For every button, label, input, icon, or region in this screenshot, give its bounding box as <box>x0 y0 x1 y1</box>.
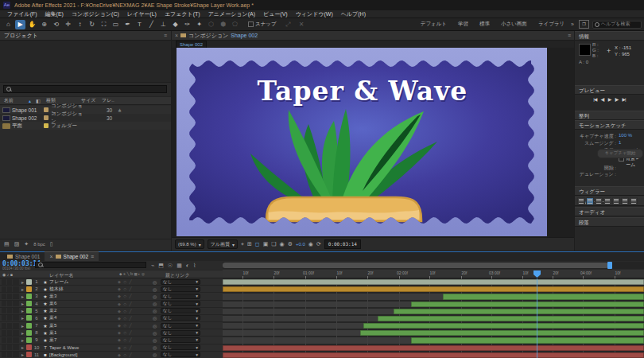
clone-stamp-tool[interactable]: ⊥ <box>158 20 169 29</box>
viewer-timecode[interactable]: 0:00:03:14 <box>324 239 361 249</box>
twirl-icon[interactable]: ▸ <box>19 301 26 306</box>
twirl-icon[interactable]: ▸ <box>19 308 26 313</box>
parent-dropdown[interactable]: なし▾ <box>161 301 200 306</box>
pickwhip-icon[interactable]: ◎ <box>153 344 161 350</box>
pickwhip-icon[interactable]: ◎ <box>153 279 161 285</box>
parent-dropdown[interactable]: なし▾ <box>161 286 200 292</box>
av-switches[interactable] <box>2 337 19 343</box>
layer-duration-bar[interactable] <box>411 337 644 343</box>
expand-icon[interactable]: ⤢ <box>283 20 293 29</box>
parent-dropdown[interactable]: なし▾ <box>161 323 200 329</box>
layer-switches[interactable]: ◆ ◇ ╱ <box>118 279 153 284</box>
color-channels-icon[interactable]: ◉ <box>280 241 285 247</box>
twirl-icon[interactable]: ▸ <box>19 315 26 321</box>
dolly-camera-tool[interactable]: ↕ <box>75 20 85 29</box>
resolution-select[interactable]: フル画質▾ <box>208 239 238 249</box>
av-switches[interactable] <box>2 315 19 321</box>
bit-depth-label[interactable]: 8 bpc <box>33 242 45 247</box>
layer-row[interactable]: ▸11■[Background]◆ ◇ ╱◎なし▾ <box>0 352 223 358</box>
navigator-handle[interactable] <box>607 262 612 269</box>
shape-tool[interactable]: ▭ <box>111 20 121 29</box>
parent-dropdown[interactable]: なし▾ <box>161 315 200 321</box>
panel-menu-icon[interactable]: ≡ <box>568 33 571 38</box>
resolution-icon[interactable]: ⚙ <box>288 241 293 247</box>
parent-dropdown[interactable]: なし▾ <box>161 344 200 350</box>
label-swatch[interactable] <box>26 344 32 350</box>
column-name[interactable]: 名前 <box>0 97 28 104</box>
paragraph-align-button[interactable] <box>577 197 585 205</box>
graph-editor-icon[interactable]: ⌇ <box>193 262 196 269</box>
hand-tool[interactable]: ✋ <box>27 20 37 29</box>
navigator-bar[interactable] <box>223 263 608 268</box>
pan-behind-tool[interactable]: ⛶ <box>99 20 109 29</box>
time-ruler[interactable]: 10f20f01:00f10f20f02:00f10f20f03:00f10f2… <box>223 270 644 278</box>
snap-checkbox[interactable] <box>248 21 254 27</box>
paragraph-align-button[interactable] <box>612 197 620 205</box>
project-search-input[interactable] <box>3 85 167 93</box>
roto-brush-tool[interactable]: ✑ <box>182 20 192 29</box>
more-workspaces-button[interactable]: » <box>571 21 574 27</box>
label-swatch[interactable] <box>26 301 32 306</box>
zoom-fit-icon[interactable]: ⌖ <box>241 241 244 247</box>
pickwhip-icon[interactable]: ◎ <box>153 286 161 292</box>
pen-tool[interactable]: ✒ <box>122 20 133 29</box>
axis-mode-world-tool[interactable]: ⬢ <box>218 20 228 29</box>
create-folder-icon[interactable]: ▨ <box>14 241 20 247</box>
close-icon[interactable]: × <box>49 254 52 259</box>
pickwhip-icon[interactable]: ◎ <box>153 352 161 357</box>
hide-shy-icon[interactable]: ☉ <box>168 262 173 269</box>
time-navigator[interactable] <box>223 262 644 269</box>
axis-mode-view-tool[interactable]: ⬠ <box>230 20 240 29</box>
start-capture-button[interactable]: キャプチャ開始 <box>597 149 643 158</box>
close-icon[interactable]: × <box>175 33 178 38</box>
layer-duration-bar[interactable] <box>223 345 644 351</box>
twirl-icon[interactable]: ▸ <box>19 344 26 350</box>
parent-dropdown[interactable]: なし▾ <box>161 337 200 343</box>
parent-dropdown[interactable]: なし▾ <box>161 279 200 285</box>
exposure-value[interactable]: +0.0 <box>296 242 305 247</box>
workspace-小さい画面[interactable]: 小さい画面 <box>501 21 527 28</box>
capture-speed-value[interactable]: 100 % <box>619 133 632 140</box>
workspace-標準[interactable]: 標準 <box>479 21 490 28</box>
paragraph-align-button[interactable] <box>603 197 611 205</box>
label-swatch[interactable] <box>26 294 32 299</box>
grid-guides-icon[interactable]: ⊞ <box>247 241 252 247</box>
layer-switches[interactable]: ◆ ◇ ╱ <box>118 302 153 306</box>
trash-icon[interactable]: ▯ <box>50 241 53 247</box>
sort-arrow-icon[interactable]: ▲ <box>28 99 36 103</box>
pickwhip-icon[interactable]: ◎ <box>153 294 161 299</box>
layer-duration-bar[interactable] <box>411 302 644 307</box>
layer-row[interactable]: ▸10TTaper & Wave◆ ◇ ╱◎なし▾ <box>0 344 223 352</box>
layer-duration-bar[interactable] <box>363 323 644 329</box>
transparency-grid-icon[interactable]: ❏ <box>271 241 276 247</box>
parent-dropdown[interactable]: なし▾ <box>161 294 200 299</box>
av-switches[interactable] <box>2 279 19 285</box>
layer-switches[interactable]: ◆ ◇ ╱ <box>118 337 153 342</box>
label-swatch[interactable] <box>26 279 32 285</box>
tab-motion-sketch[interactable]: モーションスケッチ <box>575 120 644 130</box>
zoom-tool[interactable]: ⊕ <box>39 20 49 29</box>
label-swatch[interactable] <box>26 330 32 336</box>
pickwhip-icon[interactable]: ◎ <box>153 301 161 306</box>
label-swatch[interactable] <box>26 337 32 343</box>
layer-duration-bar[interactable] <box>378 316 644 321</box>
twirl-icon[interactable]: ▸ <box>19 352 26 357</box>
pickwhip-icon[interactable]: ◎ <box>153 315 161 321</box>
parent-dropdown[interactable]: なし▾ <box>161 308 200 313</box>
pan-camera-tool[interactable]: ✛ <box>63 20 73 29</box>
previous-frame-button[interactable]: ◀| <box>601 96 604 102</box>
menu-item[interactable]: エフェクト(T) <box>161 10 204 18</box>
timeline-tab[interactable]: ×Shape 002≡ <box>45 251 99 261</box>
layer-switches[interactable]: ◆ ◇ ╱ <box>118 345 153 350</box>
workspace-学習[interactable]: 学習 <box>458 21 468 28</box>
region-of-interest-icon[interactable]: ▣ <box>263 241 269 247</box>
panel-menu-icon[interactable]: ≡ <box>164 33 167 38</box>
twirl-icon[interactable]: ▸ <box>19 323 26 329</box>
paragraph-align-button[interactable] <box>586 197 594 205</box>
twirl-icon[interactable]: ▸ <box>19 279 26 285</box>
layer-switches[interactable]: ◆ ◇ ╱ <box>118 352 153 357</box>
pickwhip-icon[interactable]: ◎ <box>153 308 161 313</box>
av-switches[interactable] <box>2 301 19 306</box>
av-switches[interactable] <box>2 308 19 313</box>
layer-duration-bar[interactable] <box>443 294 644 299</box>
